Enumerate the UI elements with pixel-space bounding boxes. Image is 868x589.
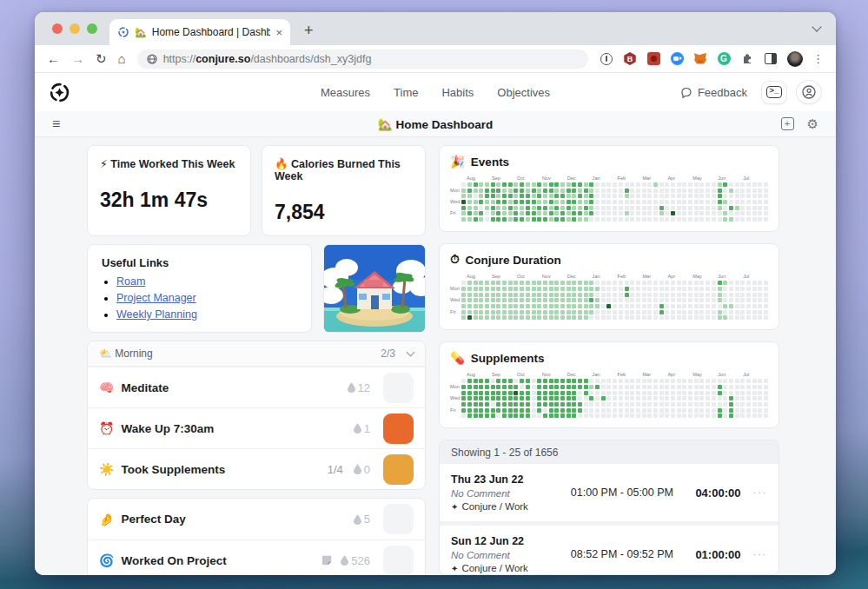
heatmap-cell — [699, 408, 704, 413]
streak-flame-icon — [348, 382, 355, 393]
habit-checkbox[interactable] — [383, 546, 414, 576]
heatmap-cell — [706, 414, 710, 418]
habit-checkbox[interactable] — [383, 373, 414, 403]
heatmap-cell — [625, 189, 629, 193]
minimize-window-button[interactable] — [70, 23, 80, 34]
heatmap-cell — [682, 189, 686, 193]
morning-section-header[interactable]: ⛅ Morning 2/3 — [88, 341, 425, 367]
link-project-manager[interactable]: Project Manager — [116, 292, 196, 304]
new-tab-button[interactable]: + — [304, 23, 314, 38]
heatmap-cell — [567, 287, 571, 291]
heatmap-cell — [526, 385, 530, 389]
heatmap-cell — [613, 385, 617, 389]
conjure-logo[interactable] — [49, 82, 70, 103]
entry-row[interactable]: Sun 12 Jun 22 No Comment ✦Conjure / Work… — [440, 526, 779, 575]
heatmap-cell — [740, 304, 745, 308]
heatmap-cell — [496, 298, 500, 302]
heatmap-cell — [706, 189, 710, 193]
back-icon[interactable]: ← — [47, 52, 60, 65]
heatmap-cell — [625, 287, 629, 291]
heatmap-cell — [595, 200, 600, 204]
menu-item-objectives[interactable]: Objectives — [497, 86, 550, 99]
close-window-button[interactable] — [52, 23, 63, 34]
hamburger-icon[interactable]: ≡ — [52, 117, 60, 131]
heatmap-cell — [606, 217, 611, 222]
heatmap-cell — [630, 298, 634, 302]
gear-icon[interactable]: ⚙ — [807, 117, 818, 130]
link-weekly-planning[interactable]: Weekly Planning — [116, 308, 197, 321]
profile-avatar[interactable] — [787, 51, 803, 67]
habit-checkbox[interactable] — [383, 504, 414, 534]
heatmap-cell — [514, 298, 518, 302]
info-extension-icon[interactable] — [600, 52, 613, 66]
heatmap-cell — [567, 293, 571, 297]
tab-close-icon[interactable]: × — [275, 27, 282, 38]
heatmap-cell — [613, 304, 617, 308]
habit-checkbox[interactable] — [383, 454, 414, 485]
side-panel-icon[interactable] — [764, 52, 778, 66]
heatmap-cell — [485, 310, 489, 314]
heatmap-cell — [532, 293, 536, 297]
forward-icon[interactable]: → — [71, 52, 84, 65]
heatmap-cell — [682, 379, 686, 383]
browser-tab[interactable]: 🏡 Home Dashboard | Dashboa × — [109, 19, 290, 45]
entry-duration: 04:00:00 — [695, 486, 752, 500]
zoom-window-button[interactable] — [87, 23, 97, 34]
grammarly-extension-icon[interactable]: G — [717, 52, 731, 66]
heatmap-cell — [543, 293, 547, 297]
heatmap-cell — [718, 298, 722, 302]
metamask-fox-icon[interactable] — [693, 52, 707, 66]
heatmap-cell — [461, 402, 466, 407]
card-title: ⚡ Time Worked This Week — [100, 157, 238, 170]
entry-time-range: 08:52 PM - 09:52 PM — [571, 548, 696, 560]
bug-extension-icon[interactable] — [646, 52, 660, 66]
heatmap-cell — [682, 396, 686, 400]
heatmap-cell — [752, 402, 757, 407]
habit-checkbox[interactable] — [383, 414, 414, 444]
link-roam[interactable]: Roam — [116, 275, 145, 288]
chevron-down-icon[interactable] — [812, 22, 821, 31]
heatmap-cell — [764, 182, 768, 187]
reload-icon[interactable]: ↻ — [96, 52, 107, 65]
heatmap-cell — [554, 391, 559, 395]
entry-menu-icon[interactable]: ··· — [753, 486, 768, 499]
heatmap-cell — [554, 189, 559, 193]
heatmap-cell — [694, 408, 699, 413]
heatmap-cell — [508, 315, 513, 320]
heatmap-cell — [630, 287, 634, 291]
tab-title: Home Dashboard | Dashboa — [152, 26, 271, 38]
entry-row[interactable]: Thu 23 Jun 22 No Comment ✦Conjure / Work… — [440, 464, 779, 521]
menu-item-habits[interactable]: Habits — [441, 86, 474, 99]
heatmap-cell — [502, 293, 507, 297]
entry-menu-icon[interactable]: ··· — [753, 548, 768, 560]
puzzle-extensions-icon[interactable] — [740, 52, 754, 66]
zoom-extension-icon[interactable] — [670, 52, 684, 66]
heatmap-cell — [694, 200, 699, 204]
heatmap-cell — [479, 281, 483, 285]
heatmap-cell — [485, 189, 489, 193]
heatmap-cell — [491, 414, 495, 418]
add-widget-icon[interactable]: + — [781, 117, 794, 130]
heatmap-cell — [514, 315, 518, 320]
chevron-down-icon[interactable] — [407, 348, 415, 357]
heatmap-cell — [572, 298, 576, 302]
heatmap-cell — [735, 385, 739, 389]
account-button[interactable] — [796, 80, 822, 104]
heatmap-cell — [636, 379, 640, 383]
heatmap-cell — [567, 200, 571, 204]
hexagon-b-extension-icon[interactable]: B — [623, 52, 637, 66]
heatmap-cell — [718, 287, 722, 291]
heatmap-cell — [729, 211, 733, 215]
address-bar[interactable]: https://conjure.so/dashboards/dsh_xy3jdf… — [137, 50, 588, 69]
menu-item-measures[interactable]: Measures — [321, 86, 370, 99]
home-icon[interactable]: ⌂ — [118, 52, 126, 65]
menu-item-time[interactable]: Time — [394, 86, 418, 99]
extensions-cluster: B G ⋮ — [600, 51, 824, 67]
browser-menu-icon[interactable]: ⋮ — [812, 52, 824, 65]
heatmap-cell — [752, 217, 757, 222]
heatmap-cell — [699, 379, 704, 383]
heatmap-cell — [642, 315, 646, 320]
feedback-button[interactable]: Feedback — [680, 86, 747, 99]
heatmap-cell — [526, 298, 530, 302]
command-palette-button[interactable]: >_ — [761, 81, 787, 104]
